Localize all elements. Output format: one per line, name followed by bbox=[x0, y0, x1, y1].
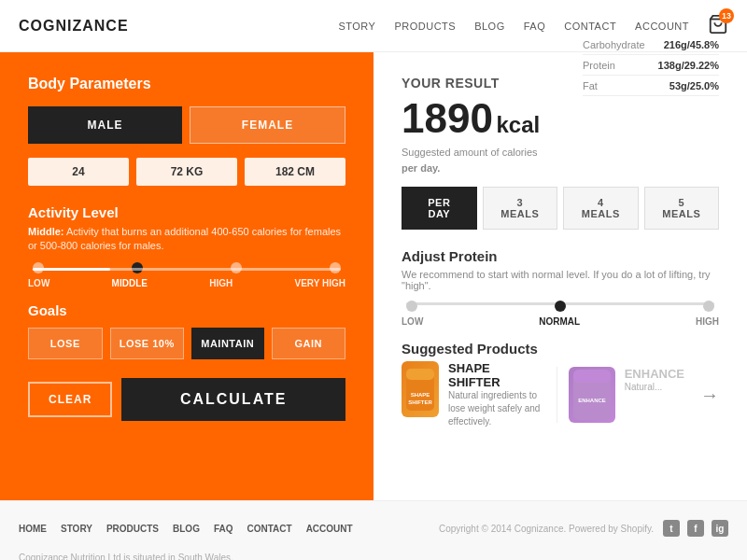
footer-copyright: Copyright © 2014 Cognizance. Powered by … bbox=[439, 524, 654, 534]
nav-products[interactable]: PRODUCTS bbox=[394, 21, 456, 32]
cart-icon[interactable]: 13 bbox=[708, 14, 728, 37]
activity-desc-text: Activity that burns an additional 400-65… bbox=[28, 226, 341, 251]
level-middle: MIDDLE bbox=[112, 278, 148, 288]
footer-bottom: Cognizance Nutrition Ltd is situated in … bbox=[19, 551, 299, 560]
product-name-enhance: ENHANCE bbox=[625, 367, 684, 381]
clear-button[interactable]: CLEAR bbox=[28, 382, 112, 417]
suggested-products-title: Suggested Products bbox=[402, 341, 719, 357]
product-info-shape-shifter: SHAPE SHIFTER Natural ingredients to los… bbox=[448, 361, 545, 428]
macro-protein-name: Protein bbox=[583, 60, 615, 71]
activity-title: Activity Level bbox=[28, 204, 345, 220]
level-high: HIGH bbox=[209, 278, 233, 288]
product-name-shape-shifter: SHAPE SHIFTER bbox=[448, 361, 545, 389]
footer-home[interactable]: HOME bbox=[19, 524, 47, 534]
macro-protein-val: 138g/29.22% bbox=[658, 60, 719, 71]
footer-story[interactable]: STORY bbox=[61, 524, 92, 534]
protein-slider[interactable]: LOW NORMAL HIGH bbox=[402, 302, 719, 327]
footer-products[interactable]: PRODUCTS bbox=[106, 524, 159, 534]
company-desc-1: Cognizance Nutrition Ltd is situated in … bbox=[19, 551, 299, 560]
goal-lose10[interactable]: LOSE 10% bbox=[110, 328, 185, 359]
kcal-value: 1890 bbox=[402, 95, 493, 141]
macro-carb-val: 216g/45.8% bbox=[664, 39, 719, 50]
protein-labels: LOW NORMAL HIGH bbox=[402, 316, 719, 327]
footer-faq[interactable]: FAQ bbox=[214, 524, 233, 534]
gender-male-button[interactable]: MALE bbox=[28, 106, 182, 144]
svg-text:SHIFTER: SHIFTER bbox=[408, 399, 432, 405]
product-enhance: ENHANCE ENHANCE Natural... bbox=[569, 367, 684, 423]
tab-per-day[interactable]: PER DAY bbox=[402, 187, 477, 230]
products-row: SHAPE SHIFTER SHAPE SHIFTER Natural ingr… bbox=[402, 361, 719, 428]
slider-labels: LOW MIDDLE HIGH VERY HIGH bbox=[28, 278, 345, 288]
action-row: CLEAR CALcULATE bbox=[28, 378, 345, 421]
product-desc-shape-shifter: Natural ingredients to lose weight safel… bbox=[448, 389, 545, 428]
footer-top: HOME STORY PRODUCTS BLOG FAQ CONTACT ACC… bbox=[19, 520, 728, 537]
twitter-icon[interactable]: t bbox=[663, 520, 680, 537]
right-panel: Your Result 1890 kcal Suggested amount o… bbox=[374, 52, 747, 500]
nav-story[interactable]: STORY bbox=[338, 21, 375, 32]
social-icons: t f ig bbox=[663, 520, 728, 537]
kcal-desc-line1: Suggested amount of calories bbox=[402, 147, 538, 158]
height-stat[interactable]: 182 CM bbox=[245, 158, 345, 186]
arrow-indicator bbox=[345, 259, 362, 293]
footer: HOME STORY PRODUCTS BLOG FAQ CONTACT ACC… bbox=[0, 500, 747, 560]
footer-blog[interactable]: BLOG bbox=[173, 524, 200, 534]
gender-female-button[interactable]: FEMALE bbox=[190, 106, 345, 144]
footer-right: Copyright © 2014 Cognizance. Powered by … bbox=[439, 520, 728, 537]
macros-table: Carbohydrate 216g/45.8% Protein 138g/29.… bbox=[583, 39, 719, 101]
left-panel: Body Parameters MALE FEMALE 24 72 KG 182… bbox=[0, 52, 374, 500]
macro-fat-val: 53g/25.0% bbox=[669, 80, 719, 91]
body-params-title: Body Parameters bbox=[28, 76, 345, 92]
age-stat[interactable]: 24 bbox=[28, 158, 129, 186]
goals-row: LOSE LOSE 10% MAINTAIN GAIN bbox=[28, 328, 345, 359]
product-divider bbox=[557, 367, 557, 423]
macro-protein: Protein 138g/29.22% bbox=[583, 60, 719, 76]
protein-low: LOW bbox=[402, 316, 423, 327]
svg-rect-6 bbox=[573, 370, 611, 383]
protein-dots bbox=[406, 301, 714, 312]
nav-contact[interactable]: CONTACT bbox=[564, 21, 616, 32]
tab-4meals[interactable]: 4 MEALS bbox=[563, 187, 638, 230]
kcal-description: Suggested amount of calories per day. bbox=[402, 145, 540, 175]
main-nav: STORY PRODUCTS BLOG FAQ CONTACT ACCOUNT … bbox=[338, 14, 728, 37]
footer-account[interactable]: ACCOUNT bbox=[306, 524, 353, 534]
level-low: LOW bbox=[28, 278, 49, 288]
weight-stat[interactable]: 72 KG bbox=[136, 158, 237, 186]
product-desc-enhance: Natural... bbox=[625, 381, 684, 394]
result-section: 1890 kcal Suggested amount of calories p… bbox=[402, 95, 540, 187]
product-image-shape-shifter: SHAPE SHIFTER bbox=[402, 361, 439, 417]
nav-account[interactable]: ACCOUNT bbox=[635, 21, 689, 32]
calculate-button[interactable]: CALcULATE bbox=[121, 378, 345, 421]
body-stats-row: 24 72 KG 182 CM bbox=[28, 158, 345, 186]
instagram-icon[interactable]: ig bbox=[712, 520, 728, 537]
footer-contact[interactable]: CONTACT bbox=[247, 524, 291, 534]
kcal-unit: kcal bbox=[497, 112, 541, 137]
nav-faq[interactable]: FAQ bbox=[524, 21, 546, 32]
level-veryhigh: VERY HIGH bbox=[295, 278, 345, 288]
product-info-enhance: ENHANCE Natural... bbox=[625, 367, 684, 394]
tab-3meals[interactable]: 3 MEALS bbox=[483, 187, 557, 230]
svg-rect-2 bbox=[406, 369, 434, 380]
activity-slider[interactable]: LOW MIDDLE HIGH VERY HIGH bbox=[28, 268, 345, 288]
product-shape-shifter: SHAPE SHIFTER SHAPE SHIFTER Natural ingr… bbox=[402, 361, 545, 428]
svg-text:ENHANCE: ENHANCE bbox=[578, 398, 606, 403]
macro-carb: Carbohydrate 216g/45.8% bbox=[583, 39, 719, 55]
goal-gain[interactable]: GAIN bbox=[272, 328, 346, 359]
main-content: Body Parameters MALE FEMALE 24 72 KG 182… bbox=[0, 52, 747, 500]
protein-dot-high[interactable] bbox=[703, 301, 714, 312]
nav-blog[interactable]: BLOG bbox=[474, 21, 505, 32]
next-product-arrow[interactable]: → bbox=[700, 385, 719, 406]
goal-lose[interactable]: LOSE bbox=[28, 328, 103, 359]
product-image-enhance: ENHANCE bbox=[569, 367, 615, 423]
gender-selector: MALE FEMALE bbox=[28, 106, 345, 144]
adjust-protein-desc: We recommend to start with normal level.… bbox=[402, 269, 719, 291]
macro-fat: Fat 53g/25.0% bbox=[583, 80, 719, 96]
protein-dot-low[interactable] bbox=[406, 301, 417, 312]
protein-dot-normal[interactable] bbox=[555, 301, 566, 312]
facebook-icon[interactable]: f bbox=[687, 520, 704, 537]
kcal-desc-line2: per day. bbox=[402, 162, 440, 174]
tab-5meals[interactable]: 5 MEALS bbox=[644, 187, 719, 230]
macro-fat-name: Fat bbox=[583, 80, 598, 91]
protein-high: HIGH bbox=[696, 316, 719, 327]
goals-title: Goals bbox=[28, 302, 345, 318]
goal-maintain[interactable]: MAINTAIN bbox=[191, 328, 264, 359]
